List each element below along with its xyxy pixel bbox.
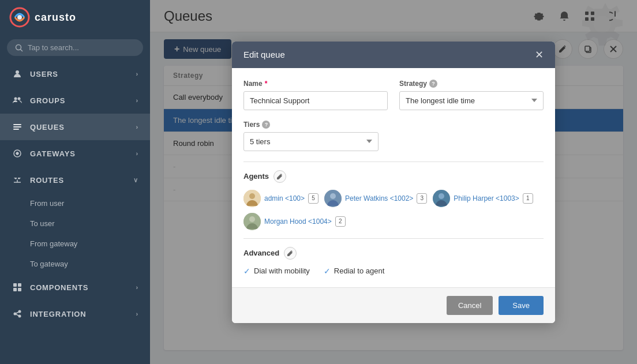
form-row-tiers: Tiers ? 1 tier 2 tiers 3 tiers 4 tiers 5… bbox=[243, 121, 379, 151]
tiers-help-icon[interactable]: ? bbox=[262, 121, 270, 129]
chevron-right-icon-groups: › bbox=[136, 97, 138, 104]
advanced-divider bbox=[243, 238, 544, 239]
modal-title: Edit queue bbox=[243, 50, 285, 59]
svg-rect-14 bbox=[18, 288, 21, 291]
group-icon bbox=[12, 95, 23, 106]
agents-edit-button[interactable] bbox=[273, 170, 286, 183]
advanced-checks: ✓ Dial with mobility ✓ Redial to agent bbox=[243, 267, 544, 276]
sidebar-item-groups[interactable]: GROUPS › bbox=[0, 87, 150, 114]
chevron-right-icon-queues: › bbox=[136, 123, 138, 130]
svg-point-16 bbox=[18, 310, 21, 313]
svg-point-1 bbox=[17, 15, 22, 20]
agents-list: admin <100> 5 Peter Watkins <1002> bbox=[243, 190, 544, 230]
gateway-icon bbox=[12, 148, 23, 159]
svg-point-34 bbox=[439, 193, 444, 199]
sidebar-item-label-integration: INTEGRATION bbox=[30, 310, 86, 318]
agent-morgan[interactable]: Morgan Hood <1004> 2 bbox=[243, 213, 346, 230]
route-icon bbox=[12, 174, 23, 186]
sidebar-item-integration[interactable]: INTEGRATION › bbox=[0, 301, 150, 327]
avatar-peter bbox=[324, 190, 342, 207]
sidebar-item-label-routes: ROUTES bbox=[30, 176, 64, 185]
sidebar-item-from-user[interactable]: From user bbox=[0, 193, 150, 213]
to-user-label: To user bbox=[30, 219, 55, 228]
sidebar-item-queues[interactable]: QUEUES › bbox=[0, 114, 150, 140]
modal-footer: Cancel Save bbox=[232, 287, 555, 323]
from-gateway-label: From gateway bbox=[30, 239, 77, 248]
svg-point-2 bbox=[16, 44, 21, 50]
svg-line-3 bbox=[21, 49, 23, 51]
sidebar-item-label-gateways: GATEWAYS bbox=[30, 149, 76, 158]
agent-admin-tier: 5 bbox=[308, 193, 318, 204]
svg-point-6 bbox=[18, 97, 21, 100]
svg-point-17 bbox=[18, 315, 21, 318]
sidebar-item-to-gateway[interactable]: To gateway bbox=[0, 254, 150, 274]
modal-body: Name * Strategy ? The longest idle time … bbox=[232, 68, 555, 287]
agents-row2: Morgan Hood <1004> 2 bbox=[243, 213, 544, 230]
chevron-right-icon-components: › bbox=[136, 284, 138, 291]
sidebar-item-label-components: COMPONENTS bbox=[30, 283, 88, 292]
checkmark-dial-mobility: ✓ bbox=[243, 267, 250, 276]
agent-philip[interactable]: Philip Harper <1003> 1 bbox=[433, 190, 533, 207]
svg-point-32 bbox=[330, 193, 336, 199]
agent-peter-name: Peter Watkins <1002> bbox=[345, 194, 413, 202]
strategy-help-icon[interactable]: ? bbox=[429, 80, 437, 88]
sidebar-item-components[interactable]: COMPONENTS › bbox=[0, 274, 150, 301]
svg-point-30 bbox=[249, 193, 255, 199]
svg-point-36 bbox=[249, 216, 255, 222]
dial-mobility-label: Dial with mobility bbox=[254, 267, 310, 275]
redial-agent-label: Redial to agent bbox=[334, 267, 384, 275]
sidebar-item-from-gateway[interactable]: From gateway bbox=[0, 234, 150, 254]
avatar-morgan bbox=[243, 213, 261, 230]
sidebar-item-routes[interactable]: ROUTES ∨ bbox=[0, 167, 150, 193]
form-row-name-strategy: Name * Strategy ? The longest idle time … bbox=[243, 80, 544, 110]
svg-line-18 bbox=[16, 312, 18, 313]
modal-overlay: Edit queue ✕ Name * Strategy bbox=[150, 0, 637, 364]
search-bar[interactable]: Tap to search... bbox=[7, 39, 143, 56]
strategy-label: Strategy ? bbox=[399, 80, 544, 88]
sidebar-item-label-groups: GROUPS bbox=[30, 96, 65, 105]
app-name: carusto bbox=[35, 12, 76, 24]
required-marker: * bbox=[265, 80, 268, 88]
integration-icon bbox=[12, 308, 23, 320]
logo-icon bbox=[9, 7, 30, 28]
svg-rect-12 bbox=[18, 283, 21, 287]
agent-admin[interactable]: admin <100> 5 bbox=[243, 190, 318, 207]
avatar-philip bbox=[433, 190, 450, 207]
svg-rect-8 bbox=[13, 126, 21, 127]
avatar-admin bbox=[243, 190, 261, 207]
check-dial-mobility: ✓ Dial with mobility bbox=[243, 267, 310, 276]
sidebar-item-users[interactable]: USERS › bbox=[0, 61, 150, 87]
sidebar-item-label-users: USERS bbox=[30, 70, 58, 78]
agent-philip-name: Philip Harper <1003> bbox=[454, 194, 519, 202]
strategy-select[interactable]: The longest idle time Call everybody Rou… bbox=[399, 91, 544, 110]
checkmark-redial-agent: ✓ bbox=[324, 267, 331, 276]
svg-point-15 bbox=[14, 313, 17, 316]
agents-divider bbox=[243, 162, 544, 162]
svg-point-5 bbox=[14, 97, 17, 100]
sidebar-item-to-user[interactable]: To user bbox=[0, 213, 150, 234]
sidebar-header: carusto bbox=[0, 0, 150, 35]
cancel-button[interactable]: Cancel bbox=[447, 296, 493, 315]
form-group-tiers: Tiers ? 1 tier 2 tiers 3 tiers 4 tiers 5… bbox=[243, 121, 379, 151]
tiers-select[interactable]: 1 tier 2 tiers 3 tiers 4 tiers 5 tiers bbox=[243, 132, 379, 151]
name-input[interactable] bbox=[243, 91, 388, 110]
advanced-section-title: Advanced bbox=[243, 247, 544, 260]
sidebar-item-gateways[interactable]: GATEWAYS › bbox=[0, 140, 150, 167]
svg-rect-13 bbox=[13, 288, 17, 291]
svg-line-19 bbox=[16, 314, 18, 316]
agent-peter[interactable]: Peter Watkins <1002> 3 bbox=[324, 190, 427, 207]
chevron-down-icon-routes: ∨ bbox=[133, 177, 138, 184]
agent-admin-name: admin <100> bbox=[264, 194, 305, 202]
edit-queue-modal: Edit queue ✕ Name * Strategy bbox=[232, 42, 555, 323]
sidebar: carusto Tap to search... USERS › bbox=[0, 0, 150, 364]
queue-icon bbox=[12, 121, 23, 133]
modal-close-button[interactable]: ✕ bbox=[535, 50, 544, 60]
agents-section-title: Agents bbox=[243, 170, 544, 183]
user-icon bbox=[12, 68, 23, 80]
advanced-edit-button[interactable] bbox=[284, 247, 297, 260]
svg-rect-9 bbox=[13, 129, 19, 130]
agent-morgan-tier: 2 bbox=[335, 216, 346, 227]
component-icon bbox=[12, 282, 23, 293]
form-group-strategy: Strategy ? The longest idle time Call ev… bbox=[399, 80, 544, 110]
save-button[interactable]: Save bbox=[499, 296, 544, 315]
